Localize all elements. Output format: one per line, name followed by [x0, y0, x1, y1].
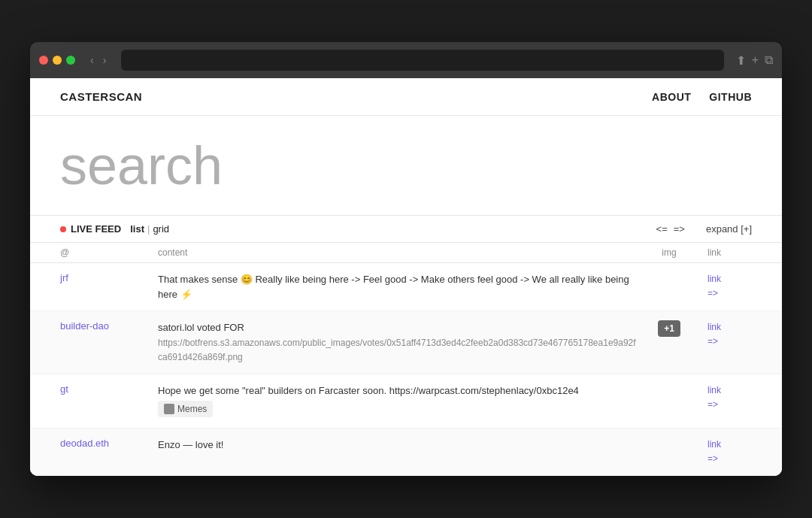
user-link-deodad[interactable]: deodad.eth	[60, 438, 109, 449]
live-feed-label: LIVE FEED	[60, 223, 121, 235]
live-indicator	[60, 226, 66, 232]
address-bar[interactable]	[121, 50, 723, 71]
browser-chrome: ‹ › ⬆ + ⧉	[30, 42, 782, 78]
cell-at-gt: gt	[60, 383, 158, 395]
link-arrow-jrf[interactable]: link=>	[707, 272, 721, 301]
table-row: builder-dao satori.lol voted FOR https:/…	[30, 311, 782, 374]
cell-link-deodad: link=>	[692, 438, 737, 466]
brand-logo[interactable]: CASTERSCAN	[60, 90, 142, 103]
cell-content-jrf: That makes sense 😊 Really like being her…	[158, 272, 647, 301]
cell-content-builder-dao: satori.lol voted FOR https://botfrens.s3…	[158, 320, 647, 365]
expand-button[interactable]: expand [+]	[706, 223, 752, 235]
link-arrow-deodad[interactable]: link=>	[707, 438, 721, 466]
navbar: CASTERSCAN ABOUT GITHUB	[30, 78, 782, 116]
maximize-button[interactable]	[66, 56, 75, 65]
browser-actions: ⬆ + ⧉	[736, 53, 773, 68]
list-view-button[interactable]: list	[130, 223, 144, 235]
table-row: gt Hope we get some "real" builders on F…	[30, 374, 782, 429]
search-heading: search	[60, 138, 752, 192]
feed-table: @ content img link jrf That makes sense …	[30, 243, 782, 476]
link-arrow-builder-dao[interactable]: link=>	[707, 320, 721, 349]
cell-img-builder-dao: +1	[647, 320, 692, 337]
col-header-at: @	[60, 247, 158, 258]
page-content: CASTERSCAN ABOUT GITHUB search LIVE FEED…	[30, 78, 782, 476]
user-link-gt[interactable]: gt	[60, 383, 68, 395]
col-header-img: img	[647, 247, 692, 258]
feed-controls: LIVE FEED list | grid <= => expand [+]	[30, 216, 782, 243]
col-header-link: link	[692, 247, 737, 258]
cell-link-gt: link=>	[692, 383, 737, 412]
view-controls: list | grid	[130, 223, 169, 235]
minimize-button[interactable]	[53, 56, 62, 65]
navbar-links: ABOUT GITHUB	[652, 91, 752, 103]
traffic-lights	[39, 56, 75, 65]
forward-button[interactable]: ›	[100, 53, 110, 68]
user-link-builder-dao[interactable]: builder-dao	[60, 320, 109, 332]
table-header: @ content img link	[30, 243, 782, 263]
close-button[interactable]	[39, 56, 48, 65]
user-link-jrf[interactable]: jrf	[60, 272, 68, 283]
about-link[interactable]: ABOUT	[652, 91, 691, 103]
new-tab-icon[interactable]: +	[752, 53, 759, 68]
cell-link-builder-dao: link=>	[692, 320, 737, 349]
search-heading-section: search	[30, 116, 782, 216]
col-header-content: content	[158, 247, 647, 258]
next-arrow[interactable]: =>	[674, 223, 685, 235]
cell-at-jrf: jrf	[60, 272, 158, 283]
tabs-icon[interactable]: ⧉	[765, 53, 773, 68]
github-link[interactable]: GITHUB	[709, 91, 752, 103]
cell-at-deodad: deodad.eth	[60, 438, 158, 449]
cell-at-builder-dao: builder-dao	[60, 320, 158, 332]
nav-arrows: <= =>	[656, 223, 685, 235]
tag-icon	[164, 404, 174, 414]
cell-content-gt: Hope we get some "real" builders on Farc…	[158, 383, 647, 419]
tag-badge-memes[interactable]: Memes	[158, 401, 213, 417]
cell-content-deodad: Enzo — love it!	[158, 438, 647, 453]
table-row: jrf That makes sense 😊 Really like being…	[30, 263, 782, 311]
link-arrow-gt[interactable]: link=>	[707, 383, 721, 412]
grid-view-button[interactable]: grid	[153, 223, 169, 235]
share-icon[interactable]: ⬆	[736, 53, 746, 68]
browser-window: ‹ › ⬆ + ⧉ CASTERSCAN ABOUT GITHUB search	[30, 42, 782, 476]
prev-arrow[interactable]: <=	[656, 223, 668, 235]
table-row: deodad.eth Enzo — love it! link=>	[30, 429, 782, 476]
browser-controls: ‹ ›	[87, 53, 109, 68]
img-count-badge: +1	[658, 320, 680, 337]
view-divider: |	[147, 223, 150, 235]
cell-link-jrf: link=>	[692, 272, 737, 301]
back-button[interactable]: ‹	[87, 53, 97, 68]
col-header-extra	[737, 247, 752, 258]
